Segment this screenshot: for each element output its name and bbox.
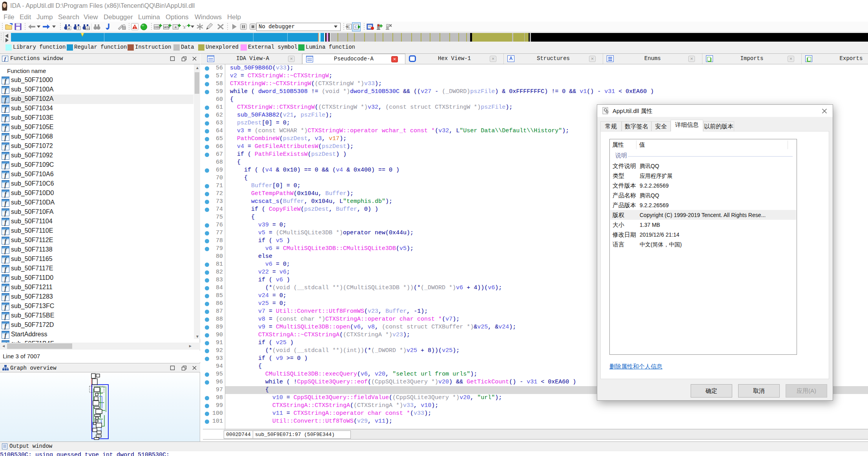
- svg-text:#: #: [68, 27, 70, 30]
- svg-text:101: 101: [85, 27, 90, 30]
- svg-text:'s': 's': [182, 24, 186, 30]
- svg-text:A: A: [175, 26, 177, 29]
- svg-text:C: C: [355, 25, 357, 29]
- svg-text:CODE: CODE: [154, 26, 161, 29]
- svg-text:T: T: [78, 27, 80, 30]
- svg-text:DATA: DATA: [163, 26, 170, 29]
- svg-text:C: C: [348, 25, 350, 29]
